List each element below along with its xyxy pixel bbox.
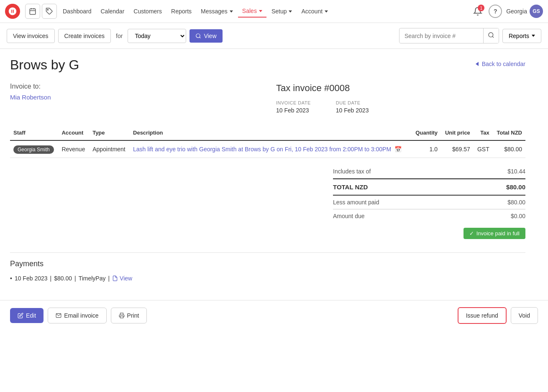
toolbar: View invoices Create invoices for Today … — [0, 23, 548, 49]
bottom-toolbar-right: Issue refund Void — [458, 307, 538, 324]
row-unit-price: $69.57 — [441, 140, 474, 158]
calendar-icon: 📅 — [394, 146, 402, 153]
due-date-block: DUE DATE 10 Feb 2023 — [336, 100, 369, 114]
reports-button-label: Reports — [509, 33, 529, 39]
paid-badge: ✓ Invoice paid in full — [463, 228, 525, 239]
back-to-calendar-label: Back to calendar — [482, 61, 525, 67]
invoice-to-label: Invoice to: — [10, 83, 259, 90]
payment-method: TimelyPay — [79, 275, 106, 282]
due-date-value: 10 Feb 2023 — [336, 107, 369, 114]
payments-title: Payments — [10, 260, 525, 268]
help-button[interactable]: ? — [489, 5, 502, 18]
nav-customers[interactable]: Customers — [129, 5, 166, 17]
svg-rect-0 — [30, 9, 36, 15]
payment-view-link[interactable]: View — [112, 275, 132, 282]
view-button-label: View — [204, 33, 216, 39]
bullet: • — [10, 275, 12, 282]
notifications-button[interactable]: 1 — [471, 5, 484, 18]
nav-setup[interactable]: Setup — [267, 5, 297, 17]
invoice-date-value: 10 Feb 2023 — [276, 107, 309, 114]
svg-point-7 — [489, 33, 493, 37]
staff-badge: Georgia Smith — [13, 145, 54, 154]
nav-account[interactable]: Account — [297, 5, 332, 17]
nav-items: Dashboard Calendar Customers Reports Mes… — [59, 5, 469, 18]
tag-icon-btn[interactable] — [42, 4, 57, 19]
payment-item: • 10 Feb 2023 | $80.00 | TimelyPay | Vie… — [10, 273, 525, 283]
includes-tax-row: Includes tax of $10.44 — [333, 165, 525, 178]
row-quantity: 1.0 — [412, 140, 441, 158]
date-select[interactable]: Today This week This month Custom — [128, 29, 186, 43]
nav-dashboard[interactable]: Dashboard — [59, 5, 96, 17]
row-account: Revenue — [58, 140, 89, 158]
payment-separator2: | — [74, 275, 76, 282]
user-avatar: GS — [530, 5, 543, 18]
view-invoices-button[interactable]: View invoices — [7, 29, 55, 43]
row-tax: GST — [474, 140, 493, 158]
invoice-date-label: INVOICE DATE — [276, 100, 311, 105]
create-invoices-button[interactable]: Create invoices — [58, 29, 111, 43]
nav-sales[interactable]: Sales — [238, 5, 266, 18]
print-button-label: Print — [127, 312, 139, 319]
edit-button-label: Edit — [26, 312, 36, 319]
void-button[interactable]: Void — [511, 307, 538, 324]
issue-refund-button[interactable]: Issue refund — [458, 307, 507, 324]
payment-separator1: | — [50, 275, 52, 282]
client-name-link[interactable]: Mia Robertson — [10, 94, 259, 101]
app-logo[interactable] — [5, 4, 20, 19]
back-to-calendar-link[interactable]: Back to calendar — [476, 61, 525, 67]
due-date-label: DUE DATE — [336, 100, 369, 105]
nav-calendar[interactable]: Calendar — [97, 5, 129, 17]
svg-line-6 — [200, 37, 201, 38]
view-button[interactable]: View — [189, 29, 222, 43]
includes-tax-label: Includes tax of — [333, 168, 371, 175]
nav-reports[interactable]: Reports — [167, 5, 196, 17]
svg-point-5 — [196, 33, 200, 37]
svg-line-8 — [492, 36, 494, 38]
includes-tax-value: $10.44 — [507, 168, 525, 175]
svg-rect-10 — [120, 316, 123, 318]
top-nav: Dashboard Calendar Customers Reports Mes… — [0, 0, 548, 23]
totals-section: Includes tax of $10.44 TOTAL NZD $80.00 … — [333, 165, 525, 239]
amount-due-value: $0.00 — [511, 213, 525, 219]
print-button[interactable]: Print — [111, 308, 147, 323]
search-box — [399, 28, 499, 43]
page-title: Brows by G — [10, 57, 525, 73]
email-invoice-button[interactable]: Email invoice — [48, 308, 106, 323]
col-total: Total NZD — [493, 125, 525, 140]
payment-date: 10 Feb 2023 — [15, 275, 48, 282]
notification-count: 1 — [478, 5, 484, 11]
invoice-header: Invoice to: Mia Robertson Tax invoice #0… — [10, 83, 525, 114]
payment-view-label: View — [120, 275, 132, 282]
col-account: Account — [58, 125, 89, 140]
less-amount-row: Less amount paid $80.00 — [333, 196, 525, 209]
payment-separator3: | — [108, 275, 110, 282]
amount-due-label: Amount due — [333, 213, 365, 219]
reports-button[interactable]: Reports — [502, 29, 541, 43]
main-content: Back to calendar Brows by G Invoice to: … — [0, 49, 535, 292]
nav-right: 1 ? Georgia GS — [471, 5, 543, 18]
search-input[interactable] — [399, 29, 483, 43]
invoice-date-block: INVOICE DATE 10 Feb 2023 — [276, 100, 311, 114]
invoice-dates: INVOICE DATE 10 Feb 2023 DUE DATE 10 Feb… — [276, 100, 525, 114]
less-amount-label: Less amount paid — [333, 199, 379, 206]
col-staff: Staff — [10, 125, 58, 140]
user-menu[interactable]: Georgia GS — [506, 5, 543, 18]
email-button-label: Email invoice — [64, 312, 98, 319]
toolbar-right: Reports — [399, 28, 541, 43]
total-label: TOTAL NZD — [333, 183, 368, 191]
calendar-icon-btn[interactable] — [25, 4, 40, 19]
edit-button[interactable]: Edit — [10, 308, 44, 323]
svg-point-4 — [47, 9, 48, 10]
col-type: Type — [89, 125, 130, 140]
total-value: $80.00 — [506, 183, 525, 191]
invoice-to-section: Invoice to: Mia Robertson — [10, 83, 259, 114]
col-description: Description — [130, 125, 412, 140]
bottom-toolbar: Edit Email invoice Print Issue refund Vo… — [0, 300, 548, 331]
user-name: Georgia — [506, 8, 527, 15]
total-row: TOTAL NZD $80.00 — [333, 178, 525, 196]
col-quantity: Quantity — [412, 125, 441, 140]
row-type: Appointment — [89, 140, 130, 158]
search-submit-button[interactable] — [483, 28, 499, 43]
description-link[interactable]: Lash lift and eye trio with Georgia Smit… — [133, 146, 391, 153]
nav-messages[interactable]: Messages — [197, 5, 237, 17]
